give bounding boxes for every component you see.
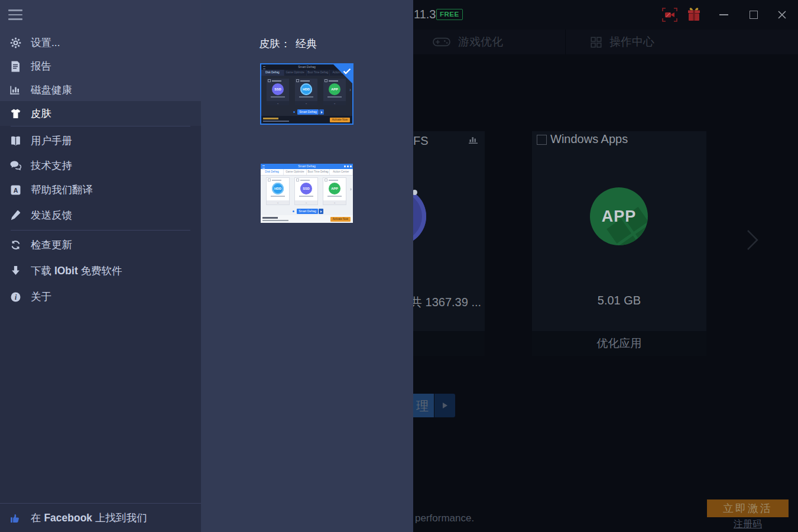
app-circle: APP xyxy=(590,187,648,245)
sidebar-item-download-iobit[interactable]: 下载 IObit 免费软件 xyxy=(0,259,201,283)
preview-circle-hdd: HDD xyxy=(300,83,312,95)
sidebar-item-label: 关于 xyxy=(31,290,51,304)
preview-card: HDD ⌄ xyxy=(295,79,317,105)
tab-label: 游戏优化 xyxy=(458,34,503,50)
sidebar-divider xyxy=(0,503,201,504)
chat-icon xyxy=(9,160,21,171)
sidebar-divider xyxy=(11,126,190,126)
skin-selected-value: 经典 xyxy=(296,37,317,51)
preview-circle-ssd: SSD xyxy=(300,183,312,194)
sidebar-item-label: 用户手册 xyxy=(31,134,72,148)
preview-title: Smart Defrag xyxy=(261,164,353,169)
preview-circle-ssd: SSD xyxy=(272,83,284,95)
disk-health-icon xyxy=(9,84,21,96)
sidebar-item-skin[interactable]: 皮肤 xyxy=(0,101,201,126)
optimize-apps-button[interactable]: 优化应用 xyxy=(532,331,706,356)
card-title: Windows Apps xyxy=(550,132,628,146)
skin-thumbnail-light[interactable]: Smart Defrag Disk Defrag Game Optimize B… xyxy=(261,164,353,223)
thumbs-up-icon xyxy=(9,512,21,524)
sidebar-item-check-update[interactable]: 检查更新 xyxy=(0,233,201,257)
bar-chart-icon[interactable] xyxy=(468,135,479,147)
sidebar-item-report[interactable]: 报告 xyxy=(0,54,201,78)
report-icon xyxy=(9,60,21,72)
preview-titlebar: Smart Defrag xyxy=(261,164,353,169)
svg-text:A: A xyxy=(13,186,18,193)
windows-apps-card: Windows Apps APP 5.01 GB 优化应用 xyxy=(532,131,706,356)
minimize-button[interactable] xyxy=(719,14,728,15)
preview-card: HDD ⌄ xyxy=(266,177,290,205)
preview-circle-app: APP xyxy=(329,183,340,194)
sidebar-item-disk-health[interactable]: 磁盘健康 xyxy=(0,78,201,102)
sidebar-item-label: 设置... xyxy=(31,35,60,50)
sidebar-item-user-manual[interactable]: 用户手册 xyxy=(0,129,201,153)
preview-tabs: Disk Defrag Game Optimize Boot Time Defr… xyxy=(261,169,353,176)
defrag-button-label: 理 xyxy=(416,398,429,414)
sidebar-item-label: 帮助我们翻译 xyxy=(31,183,93,197)
grid-icon xyxy=(591,37,602,48)
gift-icon[interactable] xyxy=(687,7,701,22)
close-button[interactable] xyxy=(778,11,786,19)
sidebar-item-about[interactable]: i 关于 xyxy=(0,285,201,309)
gamepad-icon xyxy=(433,36,450,48)
skin-panel: 皮肤： 经典 Smart Defrag Disk Defrag Game Opt… xyxy=(201,0,413,532)
info-icon: i xyxy=(9,291,21,303)
main-menu-sidebar: 设置... 报告 磁盘健康 xyxy=(0,0,201,532)
preview-card: SSD ⌄ xyxy=(267,79,289,105)
sidebar-item-support[interactable]: 技术支持 xyxy=(0,154,201,177)
hamburger-menu-icon[interactable] xyxy=(8,9,22,20)
facebook-link-label: 在 Facebook 上找到我们 xyxy=(31,511,147,525)
sidebar-item-feedback[interactable]: 发送反馈 xyxy=(0,203,201,227)
preview-chevron: › xyxy=(350,186,352,192)
skin-panel-label: 皮肤： xyxy=(259,37,291,51)
tshirt-icon xyxy=(9,108,21,119)
gear-icon xyxy=(9,37,21,48)
screen-record-icon[interactable] xyxy=(662,8,677,22)
sidebar-item-label: 技术支持 xyxy=(31,158,72,173)
tab-label: 操作中心 xyxy=(609,34,654,50)
preview-activate-button: Activate Now xyxy=(330,217,351,222)
sidebar-item-facebook[interactable]: 在 Facebook 上找到我们 xyxy=(0,506,201,530)
pencil-icon xyxy=(9,209,21,221)
skin-thumbnail-classic[interactable]: Smart Defrag Disk Defrag Game Optimize B… xyxy=(260,63,353,125)
disk-filesystem-label: FS xyxy=(413,134,429,148)
preview-dropdown xyxy=(319,109,324,115)
dropdown-arrow-icon xyxy=(443,403,447,408)
apps-size-text: 5.01 GB xyxy=(532,294,706,307)
sidebar-item-label: 报告 xyxy=(31,59,51,73)
sidebar-divider xyxy=(11,230,190,231)
sidebar-item-settings[interactable]: 设置... xyxy=(0,31,201,54)
tab-game-optimize[interactable]: 游戏优化 xyxy=(433,30,503,54)
next-disk-chevron-icon[interactable] xyxy=(746,228,759,254)
activate-now-button[interactable]: 立即激活 xyxy=(707,499,789,517)
preview-smart-defrag-button: Smart Defrag xyxy=(297,109,319,115)
download-icon xyxy=(9,265,21,277)
sidebar-item-label: 发送反馈 xyxy=(31,208,72,222)
preview-card: APP ⌄ xyxy=(323,177,346,205)
sidebar-item-label: 磁盘健康 xyxy=(31,83,72,97)
preview-bottombar: Activate Now xyxy=(261,215,353,223)
translate-icon: A xyxy=(9,184,21,196)
book-icon xyxy=(9,135,21,147)
disk-size-text: 共 1367.39 ... xyxy=(410,294,481,310)
preview-bottombar: Activate Now xyxy=(261,116,352,124)
defrag-mode-dropdown[interactable] xyxy=(434,394,455,417)
sidebar-item-label: 检查更新 xyxy=(31,238,72,252)
preview-circle-hdd: HDD xyxy=(272,183,284,194)
tab-divider xyxy=(565,30,566,54)
preview-smart-defrag-button: Smart Defrag xyxy=(297,209,318,214)
tab-action-center[interactable]: 操作中心 xyxy=(591,30,654,54)
free-badge: FREE xyxy=(436,9,463,20)
windows-apps-checkbox[interactable] xyxy=(537,135,547,145)
register-code-link[interactable]: 注册码 xyxy=(707,518,789,531)
preview-chevron: › xyxy=(349,87,351,93)
maximize-button[interactable] xyxy=(750,11,758,19)
sidebar-item-translate[interactable]: A 帮助我们翻译 xyxy=(0,178,201,202)
refresh-icon xyxy=(9,239,21,251)
sidebar-item-label: 下载 IObit 免费软件 xyxy=(31,264,122,278)
app-version: 11.3 xyxy=(414,8,436,21)
preview-card: SSD ⌄ xyxy=(294,177,318,205)
app-circle-label: APP xyxy=(590,187,648,245)
preview-notification-dot xyxy=(293,111,295,113)
preview-activate-button: Activate Now xyxy=(330,118,350,122)
preview-dropdown xyxy=(319,209,323,214)
